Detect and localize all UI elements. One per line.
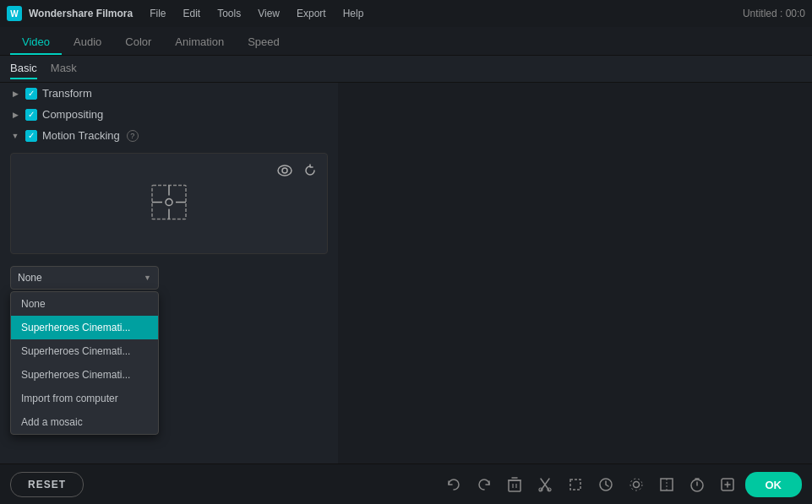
tracking-area (10, 153, 328, 254)
label-motion-tracking: Motion Tracking (42, 129, 120, 142)
menu-bar: File Edit Tools View Export Help (143, 5, 370, 22)
tab-video[interactable]: Video (10, 30, 62, 55)
reset-button[interactable]: RESET (10, 472, 84, 497)
label-compositing: Compositing (42, 108, 103, 121)
svg-rect-8 (509, 480, 520, 491)
bottom-toolbar: RESET (0, 463, 812, 504)
dropdown-arrow-icon: ▼ (144, 274, 151, 282)
toolbar-redo-icon[interactable] (471, 471, 498, 498)
expand-icon-motion-tracking: ▼ (10, 131, 20, 141)
panel-content: ▶ ✓ Transform ▶ ✓ Compositing ▼ ✓ Motion… (0, 83, 338, 463)
expand-icon-compositing: ▶ (10, 110, 20, 120)
checkbox-motion-tracking[interactable]: ✓ (25, 130, 37, 142)
sub-tab-basic[interactable]: Basic (10, 58, 37, 79)
dropdown-option-superheroes-2[interactable]: Superheroes Cinemati... (11, 339, 158, 363)
svg-rect-21 (661, 479, 673, 490)
toolbar-delete-icon[interactable] (501, 471, 528, 498)
menu-edit[interactable]: Edit (176, 5, 207, 22)
dropdown-option-import[interactable]: Import from computer (11, 387, 158, 410)
expand-icon-transform: ▶ (10, 89, 20, 99)
tracking-dropdown-menu: None Superheroes Cinemati... Superheroes… (10, 291, 159, 435)
menu-help[interactable]: Help (336, 5, 371, 22)
dropdown-option-superheroes-1[interactable]: Superheroes Cinemati... (11, 316, 158, 339)
section-transform[interactable]: ▶ ✓ Transform (0, 83, 338, 104)
tracking-dropdown-container: None ▼ None Superheroes Cinemati... Supe… (10, 266, 159, 290)
tab-animation[interactable]: Animation (163, 30, 236, 55)
title-bar: W Wondershare Filmora File Edit Tools Vi… (0, 0, 812, 27)
svg-point-3 (166, 199, 172, 206)
toolbar-zoom-icon[interactable] (714, 471, 741, 498)
sub-tab-mask[interactable]: Mask (51, 58, 77, 79)
toolbar-cut-icon[interactable] (531, 471, 559, 498)
svg-point-0 (278, 165, 292, 176)
toolbar-history-icon[interactable] (592, 471, 619, 498)
tracking-crosshair (150, 184, 188, 224)
toolbar-transform-icon[interactable] (653, 471, 680, 498)
tab-color[interactable]: Color (113, 30, 163, 55)
help-icon-motion-tracking[interactable]: ? (127, 130, 139, 142)
menu-export[interactable]: Export (290, 5, 333, 22)
tracking-eye-icon[interactable] (275, 160, 295, 181)
tracking-dropdown[interactable]: None ▼ (10, 266, 159, 290)
window-title: Untitled : 00:0 (743, 8, 805, 19)
menu-view[interactable]: View (251, 5, 286, 22)
toolbar-effects-icon[interactable] (623, 471, 650, 498)
toolbar-undo-icon[interactable] (440, 471, 467, 498)
dropdown-option-mosaic[interactable]: Add a mosaic (11, 410, 158, 434)
dropdown-option-none[interactable]: None (11, 292, 158, 316)
dropdown-selected-label: None (18, 272, 42, 284)
app-name: Wondershare Filmora (29, 8, 133, 19)
checkbox-transform[interactable]: ✓ (25, 88, 37, 100)
svg-point-1 (282, 168, 287, 173)
main-tab-bar: Video Audio Color Animation Speed (0, 27, 812, 56)
section-motion-tracking[interactable]: ▼ ✓ Motion Tracking ? (0, 125, 338, 146)
svg-point-20 (630, 479, 642, 490)
menu-tools[interactable]: Tools (210, 5, 248, 22)
tracking-reset-icon[interactable] (300, 160, 320, 181)
app-logo: W (7, 6, 22, 21)
right-preview-area (338, 83, 812, 463)
ok-button[interactable]: OK (745, 472, 803, 497)
checkbox-compositing[interactable]: ✓ (25, 109, 37, 121)
toolbar-crop-icon[interactable] (562, 471, 589, 498)
section-compositing[interactable]: ▶ ✓ Compositing (0, 104, 338, 125)
dropdown-option-superheroes-3[interactable]: Superheroes Cinemati... (11, 363, 158, 387)
label-transform: Transform (42, 87, 92, 100)
tracking-controls (275, 160, 320, 181)
svg-rect-17 (570, 480, 580, 490)
tab-audio[interactable]: Audio (62, 30, 113, 55)
menu-file[interactable]: File (143, 5, 172, 22)
svg-point-19 (634, 481, 640, 487)
toolbar-timer-icon[interactable] (684, 471, 711, 498)
tab-speed[interactable]: Speed (236, 30, 292, 55)
sub-tab-bar: Basic Mask (0, 56, 812, 83)
